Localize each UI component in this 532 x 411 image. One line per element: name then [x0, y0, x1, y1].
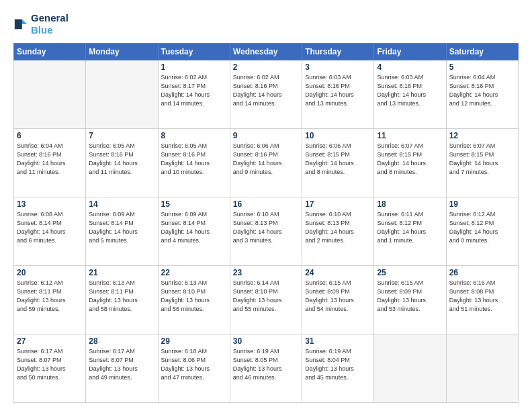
day-number: 31: [305, 336, 371, 346]
calendar-cell: 4Sunrise: 6:03 AM Sunset: 8:16 PM Daylig…: [374, 60, 446, 129]
calendar-cell: 24Sunrise: 6:15 AM Sunset: 8:09 PM Dayli…: [302, 266, 374, 334]
day-info: Sunrise: 6:13 AM Sunset: 8:10 PM Dayligh…: [161, 279, 227, 314]
day-of-week-header: Thursday: [302, 44, 374, 60]
day-number: 8: [161, 131, 227, 140]
day-info: Sunrise: 6:19 AM Sunset: 8:04 PM Dayligh…: [305, 347, 371, 382]
day-of-week-header: Saturday: [446, 44, 518, 60]
day-of-week-header: Sunday: [14, 44, 86, 60]
calendar-cell: 2Sunrise: 6:02 AM Sunset: 8:16 PM Daylig…: [230, 60, 302, 129]
calendar-cell: 16Sunrise: 6:10 AM Sunset: 8:13 PM Dayli…: [230, 197, 302, 266]
day-number: 22: [161, 268, 227, 277]
calendar-cell: 9Sunrise: 6:06 AM Sunset: 8:16 PM Daylig…: [230, 129, 302, 197]
calendar-cell: 10Sunrise: 6:06 AM Sunset: 8:15 PM Dayli…: [302, 129, 374, 197]
day-number: 25: [377, 268, 443, 277]
day-info: Sunrise: 6:11 AM Sunset: 8:12 PM Dayligh…: [377, 210, 443, 245]
day-number: 10: [305, 131, 371, 140]
day-number: 13: [17, 199, 83, 209]
calendar-table: SundayMondayTuesdayWednesdayThursdayFrid…: [13, 43, 519, 403]
day-number: 15: [161, 199, 227, 209]
calendar-cell: 20Sunrise: 6:12 AM Sunset: 8:11 PM Dayli…: [14, 266, 86, 334]
calendar-cell: 26Sunrise: 6:16 AM Sunset: 8:08 PM Dayli…: [446, 266, 518, 334]
calendar-cell: [86, 60, 158, 129]
day-number: 27: [17, 336, 83, 346]
calendar-cell: 15Sunrise: 6:09 AM Sunset: 8:14 PM Dayli…: [158, 197, 230, 266]
day-number: 21: [89, 268, 154, 277]
day-info: Sunrise: 6:03 AM Sunset: 8:16 PM Dayligh…: [377, 73, 443, 108]
day-info: Sunrise: 6:09 AM Sunset: 8:14 PM Dayligh…: [89, 210, 154, 245]
header: General Blue: [13, 12, 519, 36]
day-number: 14: [89, 199, 154, 209]
calendar-cell: 6Sunrise: 6:04 AM Sunset: 8:16 PM Daylig…: [14, 129, 86, 197]
calendar-cell: 21Sunrise: 6:13 AM Sunset: 8:11 PM Dayli…: [86, 266, 158, 334]
day-number: 17: [305, 199, 371, 209]
calendar-cell: [14, 60, 86, 129]
day-number: 2: [233, 62, 299, 72]
calendar-cell: 28Sunrise: 6:17 AM Sunset: 8:07 PM Dayli…: [86, 334, 158, 403]
page: General Blue SundayMondayTuesdayWednesda…: [0, 0, 532, 411]
day-info: Sunrise: 6:15 AM Sunset: 8:09 PM Dayligh…: [305, 279, 371, 314]
calendar-cell: [374, 334, 446, 403]
day-info: Sunrise: 6:02 AM Sunset: 8:17 PM Dayligh…: [161, 73, 227, 108]
calendar-cell: 13Sunrise: 6:08 AM Sunset: 8:14 PM Dayli…: [14, 197, 86, 266]
day-info: Sunrise: 6:16 AM Sunset: 8:08 PM Dayligh…: [449, 279, 515, 314]
day-number: 24: [305, 268, 371, 277]
calendar-cell: 5Sunrise: 6:04 AM Sunset: 8:16 PM Daylig…: [446, 60, 518, 129]
calendar-cell: [446, 334, 518, 403]
day-number: 18: [377, 199, 443, 209]
day-info: Sunrise: 6:15 AM Sunset: 8:09 PM Dayligh…: [377, 279, 443, 314]
day-number: 26: [449, 268, 515, 277]
day-number: 6: [17, 131, 83, 140]
day-info: Sunrise: 6:12 AM Sunset: 8:12 PM Dayligh…: [449, 210, 515, 245]
day-info: Sunrise: 6:13 AM Sunset: 8:11 PM Dayligh…: [89, 279, 154, 314]
day-info: Sunrise: 6:14 AM Sunset: 8:10 PM Dayligh…: [233, 279, 299, 314]
logo-text: General Blue: [31, 12, 69, 36]
day-of-week-header: Tuesday: [158, 44, 230, 60]
calendar-cell: 22Sunrise: 6:13 AM Sunset: 8:10 PM Dayli…: [158, 266, 230, 334]
svg-marker-0: [22, 19, 27, 24]
calendar-cell: 30Sunrise: 6:19 AM Sunset: 8:05 PM Dayli…: [230, 334, 302, 403]
day-number: 3: [305, 62, 371, 72]
day-info: Sunrise: 6:17 AM Sunset: 8:07 PM Dayligh…: [17, 347, 83, 382]
day-info: Sunrise: 6:10 AM Sunset: 8:13 PM Dayligh…: [233, 210, 299, 245]
day-info: Sunrise: 6:07 AM Sunset: 8:15 PM Dayligh…: [449, 142, 515, 177]
svg-rect-1: [15, 19, 22, 30]
day-info: Sunrise: 6:05 AM Sunset: 8:16 PM Dayligh…: [161, 142, 227, 177]
day-of-week-header: Monday: [86, 44, 158, 60]
calendar-cell: 3Sunrise: 6:03 AM Sunset: 8:16 PM Daylig…: [302, 60, 374, 129]
calendar-cell: 31Sunrise: 6:19 AM Sunset: 8:04 PM Dayli…: [302, 334, 374, 403]
calendar-cell: 14Sunrise: 6:09 AM Sunset: 8:14 PM Dayli…: [86, 197, 158, 266]
day-info: Sunrise: 6:06 AM Sunset: 8:16 PM Dayligh…: [233, 142, 299, 177]
calendar-cell: 7Sunrise: 6:05 AM Sunset: 8:16 PM Daylig…: [86, 129, 158, 197]
day-info: Sunrise: 6:02 AM Sunset: 8:16 PM Dayligh…: [233, 73, 299, 108]
day-number: 16: [233, 199, 299, 209]
day-number: 30: [233, 336, 299, 346]
calendar-cell: 23Sunrise: 6:14 AM Sunset: 8:10 PM Dayli…: [230, 266, 302, 334]
day-of-week-header: Friday: [374, 44, 446, 60]
day-info: Sunrise: 6:10 AM Sunset: 8:13 PM Dayligh…: [305, 210, 371, 245]
day-number: 9: [233, 131, 299, 140]
day-of-week-header: Wednesday: [230, 44, 302, 60]
day-info: Sunrise: 6:17 AM Sunset: 8:07 PM Dayligh…: [89, 347, 154, 382]
day-number: 20: [17, 268, 83, 277]
day-info: Sunrise: 6:05 AM Sunset: 8:16 PM Dayligh…: [89, 142, 154, 177]
day-number: 7: [89, 131, 154, 140]
day-info: Sunrise: 6:03 AM Sunset: 8:16 PM Dayligh…: [305, 73, 371, 108]
day-number: 29: [161, 336, 227, 346]
day-number: 28: [89, 336, 154, 346]
calendar-cell: 18Sunrise: 6:11 AM Sunset: 8:12 PM Dayli…: [374, 197, 446, 266]
calendar-cell: 1Sunrise: 6:02 AM Sunset: 8:17 PM Daylig…: [158, 60, 230, 129]
calendar-cell: 25Sunrise: 6:15 AM Sunset: 8:09 PM Dayli…: [374, 266, 446, 334]
calendar-cell: 27Sunrise: 6:17 AM Sunset: 8:07 PM Dayli…: [14, 334, 86, 403]
day-number: 19: [449, 199, 515, 209]
day-info: Sunrise: 6:04 AM Sunset: 8:16 PM Dayligh…: [449, 73, 515, 108]
logo: General Blue: [13, 12, 69, 36]
calendar-cell: 12Sunrise: 6:07 AM Sunset: 8:15 PM Dayli…: [446, 129, 518, 197]
day-info: Sunrise: 6:19 AM Sunset: 8:05 PM Dayligh…: [233, 347, 299, 382]
calendar-cell: 17Sunrise: 6:10 AM Sunset: 8:13 PM Dayli…: [302, 197, 374, 266]
day-info: Sunrise: 6:06 AM Sunset: 8:15 PM Dayligh…: [305, 142, 371, 177]
logo-icon: [13, 17, 28, 32]
calendar-cell: 8Sunrise: 6:05 AM Sunset: 8:16 PM Daylig…: [158, 129, 230, 197]
calendar-cell: 11Sunrise: 6:07 AM Sunset: 8:15 PM Dayli…: [374, 129, 446, 197]
day-number: 12: [449, 131, 515, 140]
day-info: Sunrise: 6:09 AM Sunset: 8:14 PM Dayligh…: [161, 210, 227, 245]
